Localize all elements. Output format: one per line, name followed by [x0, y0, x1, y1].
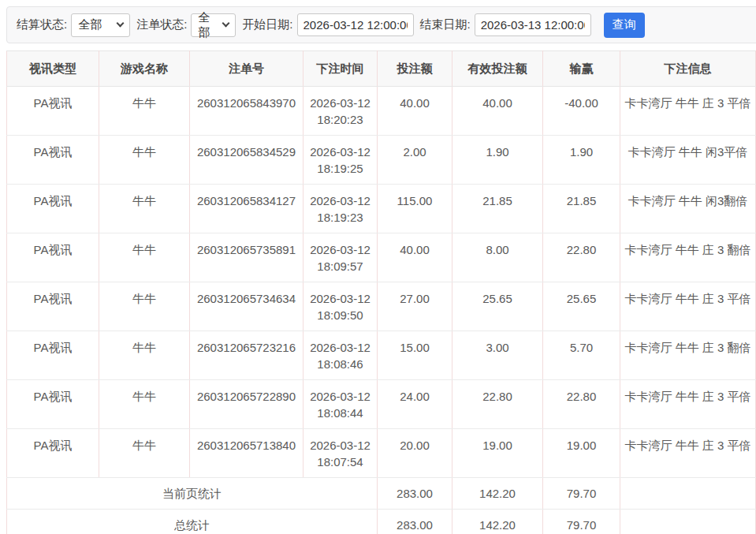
cell-time: 2026-03-12 18:20:23 [304, 87, 378, 136]
cell-time: 2026-03-12 18:07:54 [304, 429, 378, 478]
cell-time: 2026-03-12 18:19:23 [304, 185, 378, 233]
cell-game: 牛牛 [99, 331, 190, 380]
summary-row-total: 总统计283.00142.2079.70 [7, 510, 756, 534]
settle-status-label: 结算状态: [17, 17, 67, 32]
cell-winloss: 21.85 [543, 185, 620, 233]
summary-row-current-page: 当前页统计283.00142.2079.70 [7, 478, 756, 510]
cell-info: 卡卡湾厅 牛牛 庄 3 平倍 [620, 380, 756, 429]
column-header: 下注时间 [304, 51, 378, 87]
cell-type: PA视讯 [7, 136, 99, 185]
cell-type: PA视讯 [7, 282, 99, 331]
bet-status-select[interactable]: 全部 [191, 13, 236, 37]
column-header: 游戏名称 [99, 51, 190, 87]
cell-type: PA视讯 [7, 87, 99, 136]
summary-cell-info [620, 478, 756, 510]
cell-game: 牛牛 [99, 185, 190, 233]
cell-valid: 8.00 [452, 233, 543, 282]
column-header: 下注信息 [620, 51, 756, 87]
table-row: PA视讯牛牛2603120657138402026-03-12 18:07:54… [7, 429, 756, 478]
cell-amount: 24.00 [378, 380, 452, 429]
cell-winloss: -40.00 [543, 87, 620, 136]
cell-game: 牛牛 [99, 380, 190, 429]
cell-amount: 40.00 [378, 233, 452, 282]
query-button[interactable]: 查询 [604, 13, 645, 38]
cell-type: PA视讯 [7, 185, 99, 233]
cell-amount: 20.00 [378, 429, 452, 478]
table-row: PA视讯牛牛2603120657358912026-03-12 18:09:57… [7, 233, 756, 282]
cell-bet_no: 260312065834529 [190, 136, 304, 185]
cell-amount: 2.00 [378, 136, 452, 185]
table-row: PA视讯牛牛2603120657232162026-03-12 18:08:46… [7, 331, 756, 380]
cell-time: 2026-03-12 18:08:46 [304, 331, 378, 380]
table-row: PA视讯牛牛2603120658345292026-03-12 18:19:25… [7, 136, 756, 185]
summary-cell-label: 当前页统计 [7, 478, 378, 510]
filter-bar: 结算状态: 全部 注单状态: 全部 开始日期: 结束日期: 查询 [6, 6, 756, 43]
cell-bet_no: 260312065723216 [190, 331, 304, 380]
summary-cell-winloss: 79.70 [543, 478, 620, 510]
cell-info: 卡卡湾厅 牛牛 闲3平倍 [620, 136, 756, 185]
cell-amount: 15.00 [378, 331, 452, 380]
cell-valid: 21.85 [452, 185, 543, 233]
bet-records-table: 视讯类型游戏名称注单号下注时间投注额有效投注额输赢下注信息 PA视讯牛牛2603… [6, 50, 756, 534]
settle-status-select[interactable]: 全部 [71, 13, 130, 37]
end-date-label: 结束日期: [420, 17, 471, 32]
cell-winloss: 22.80 [543, 233, 620, 282]
cell-amount: 27.00 [378, 282, 452, 331]
column-header: 视讯类型 [7, 51, 99, 87]
summary-cell-info [620, 510, 756, 534]
bet-status-label: 注单状态: [136, 17, 187, 32]
cell-time: 2026-03-12 18:19:25 [304, 136, 378, 185]
bet-status-value: 全部 [198, 10, 218, 40]
cell-valid: 25.65 [452, 282, 543, 331]
cell-amount: 115.00 [378, 185, 452, 233]
column-header: 输赢 [543, 51, 620, 87]
cell-bet_no: 260312065722890 [190, 380, 304, 429]
cell-info: 卡卡湾厅 牛牛 庄 3 翻倍 [620, 233, 756, 282]
cell-time: 2026-03-12 18:09:57 [304, 233, 378, 282]
table-row: PA视讯牛牛2603120657346342026-03-12 18:09:50… [7, 282, 756, 331]
summary-cell-valid: 142.20 [452, 478, 543, 510]
table-header-row: 视讯类型游戏名称注单号下注时间投注额有效投注额输赢下注信息 [7, 51, 756, 87]
cell-winloss: 1.90 [543, 136, 620, 185]
cell-winloss: 5.70 [543, 331, 620, 380]
chevron-down-icon [117, 20, 125, 28]
cell-winloss: 19.00 [543, 429, 620, 478]
cell-type: PA视讯 [7, 233, 99, 282]
table-body: PA视讯牛牛2603120658439702026-03-12 18:20:23… [7, 87, 756, 534]
cell-bet_no: 260312065734634 [190, 282, 304, 331]
column-header: 投注额 [378, 51, 452, 87]
column-header: 注单号 [190, 51, 304, 87]
start-date-input[interactable] [297, 13, 414, 36]
cell-valid: 1.90 [452, 136, 543, 185]
cell-amount: 40.00 [378, 87, 452, 136]
cell-valid: 3.00 [452, 331, 543, 380]
cell-type: PA视讯 [7, 380, 99, 429]
cell-time: 2026-03-12 18:09:50 [304, 282, 378, 331]
cell-winloss: 22.80 [543, 380, 620, 429]
cell-valid: 19.00 [452, 429, 543, 478]
cell-info: 卡卡湾厅 牛牛 庄 3 平倍 [620, 282, 756, 331]
cell-bet_no: 260312065735891 [190, 233, 304, 282]
summary-cell-amount: 283.00 [378, 478, 452, 510]
cell-type: PA视讯 [7, 331, 99, 380]
table-row: PA视讯牛牛2603120658341272026-03-12 18:19:23… [7, 185, 756, 233]
chevron-down-icon [222, 20, 230, 28]
summary-cell-valid: 142.20 [452, 510, 543, 534]
cell-game: 牛牛 [99, 429, 190, 478]
cell-bet_no: 260312065713840 [190, 429, 304, 478]
cell-valid: 40.00 [452, 87, 543, 136]
cell-info: 卡卡湾厅 牛牛 闲3翻倍 [620, 185, 756, 233]
cell-valid: 22.80 [452, 380, 543, 429]
cell-info: 卡卡湾厅 牛牛 庄 3 翻倍 [620, 331, 756, 380]
cell-game: 牛牛 [99, 87, 190, 136]
cell-game: 牛牛 [99, 136, 190, 185]
summary-cell-label: 总统计 [7, 510, 378, 534]
end-date-input[interactable] [475, 13, 591, 36]
start-date-label: 开始日期: [242, 17, 292, 32]
cell-time: 2026-03-12 18:08:44 [304, 380, 378, 429]
cell-bet_no: 260312065834127 [190, 185, 304, 233]
cell-game: 牛牛 [99, 282, 190, 331]
column-header: 有效投注额 [452, 51, 543, 87]
settle-status-value: 全部 [78, 17, 102, 32]
cell-game: 牛牛 [99, 233, 190, 282]
